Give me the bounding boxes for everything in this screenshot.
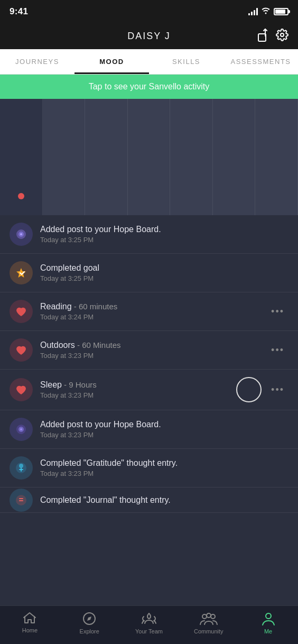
list-item: Added post to your Hope Board. Today at … <box>0 215 298 254</box>
activity-content: Completed "Gratitude" thought entry. Tod… <box>40 458 288 477</box>
me-icon <box>262 611 275 626</box>
hope-icon <box>10 223 33 246</box>
team-icon <box>141 611 157 626</box>
header-actions <box>256 27 288 45</box>
svg-marker-18 <box>87 617 91 621</box>
heart-icon <box>10 338 33 362</box>
activity-time: Today at 3:23 PM <box>40 431 288 439</box>
tab-journeys[interactable]: JOURNEYS <box>0 49 74 74</box>
svg-point-11 <box>19 464 23 468</box>
nav-me-label: Me <box>264 628 272 634</box>
chart-col-7 <box>255 99 298 215</box>
nav-community[interactable]: Community <box>179 606 238 634</box>
nav-me[interactable]: Me <box>238 606 298 634</box>
activity-banner[interactable]: Tap to see your Sanvello activity <box>0 75 298 99</box>
activity-title: Sleep - 9 Hours <box>40 380 231 390</box>
svg-rect-0 <box>258 34 266 41</box>
chart-col-4 <box>128 99 171 215</box>
bottom-navigation: Home Explore Your Team Communi <box>0 605 298 644</box>
nav-team-label: Your Team <box>135 628 163 634</box>
activity-time: Today at 3:23 PM <box>40 391 231 399</box>
activity-title: Added post to your Hope Board. <box>40 225 288 234</box>
activity-time: Today at 3:25 PM <box>40 236 288 244</box>
hope-icon <box>10 418 33 441</box>
thought-icon <box>10 456 33 480</box>
activity-title: Completed "Gratitude" thought entry. <box>40 458 288 468</box>
goal-icon <box>10 261 33 284</box>
activity-title: Outdoors - 60 Minutes <box>40 341 267 350</box>
status-icons <box>248 7 288 16</box>
header-title: DAISY J <box>127 31 171 42</box>
activity-content: Completed "Journal" thought entry. <box>40 495 288 505</box>
wifi-icon <box>261 7 271 16</box>
status-time: 9:41 <box>10 6 28 17</box>
share-icon[interactable] <box>256 27 268 45</box>
svg-point-5 <box>20 233 22 235</box>
home-icon <box>22 611 37 625</box>
list-item: Completed goal Today at 3:25 PM <box>0 254 298 292</box>
activity-time: Today at 3:24 PM <box>40 313 267 321</box>
tab-assessments[interactable]: ASSESSMENTS <box>224 49 298 74</box>
list-item: Added post to your Hope Board. Today at … <box>0 410 298 449</box>
nav-community-label: Community <box>194 628 224 634</box>
community-icon <box>199 611 218 626</box>
activity-title: Completed "Journal" thought entry. <box>40 495 288 505</box>
more-options-button[interactable]: ••• <box>267 304 288 319</box>
mood-chart[interactable]: TODAY <box>0 99 298 215</box>
explore-icon <box>82 611 97 626</box>
svg-marker-6 <box>16 268 26 278</box>
tab-navigation: JOURNEYS MOOD SKILLS ASSESSMENTS <box>0 49 298 75</box>
list-item: Completed "Gratitude" thought entry. Tod… <box>0 449 298 487</box>
header: DAISY J <box>0 23 298 49</box>
nav-your-team[interactable]: Your Team <box>119 606 179 634</box>
activity-time: Today at 3:23 PM <box>40 470 288 477</box>
thought-icon <box>10 489 33 512</box>
activity-title: Reading - 60 minutes <box>40 302 267 311</box>
svg-rect-16 <box>19 500 23 501</box>
signal-icon <box>248 8 258 15</box>
sleep-circle-indicator <box>236 377 262 402</box>
list-item: Sleep - 9 Hours Today at 3:23 PM ••• <box>0 370 298 410</box>
tab-skills[interactable]: SKILLS <box>149 49 224 74</box>
svg-point-9 <box>20 428 22 430</box>
chart-col-2 <box>43 99 86 215</box>
activity-content: Added post to your Hope Board. Today at … <box>40 420 288 439</box>
status-bar: 9:41 <box>0 0 298 23</box>
settings-icon[interactable] <box>276 29 288 44</box>
chart-col-6 <box>213 99 256 215</box>
activity-content: Outdoors - 60 Minutes Today at 3:23 PM <box>40 341 267 360</box>
activity-title: Added post to your Hope Board. <box>40 420 288 429</box>
heart-icon <box>10 378 33 401</box>
activity-time: Today at 3:25 PM <box>40 274 288 282</box>
svg-point-21 <box>207 613 211 618</box>
svg-point-22 <box>266 613 271 619</box>
mood-dot <box>18 193 24 199</box>
nav-explore-label: Explore <box>80 628 99 634</box>
activity-list: Added post to your Hope Board. Today at … <box>0 215 298 513</box>
activity-content: Added post to your Hope Board. Today at … <box>40 225 288 244</box>
svg-point-20 <box>211 614 215 619</box>
activity-title: Completed goal <box>40 263 288 273</box>
activity-content: Reading - 60 minutes Today at 3:24 PM <box>40 302 267 321</box>
more-options-button[interactable]: ••• <box>267 343 288 358</box>
svg-point-2 <box>281 33 284 36</box>
battery-icon <box>274 8 288 15</box>
heart-icon <box>10 300 33 323</box>
tab-mood[interactable]: MOOD <box>74 49 149 74</box>
nav-home-label: Home <box>22 627 38 633</box>
svg-rect-15 <box>19 498 23 499</box>
more-options-button[interactable]: ••• <box>267 382 288 398</box>
activity-time: Today at 3:23 PM <box>40 352 267 360</box>
list-item: Reading - 60 minutes Today at 3:24 PM ••… <box>0 292 298 331</box>
chart-col-5 <box>170 99 213 215</box>
svg-point-19 <box>202 614 207 619</box>
nav-explore[interactable]: Explore <box>60 606 119 634</box>
chart-col-today <box>0 99 43 215</box>
activity-content: Completed goal Today at 3:25 PM <box>40 263 288 282</box>
chart-col-3 <box>85 99 128 215</box>
activity-content: Sleep - 9 Hours Today at 3:23 PM <box>40 380 231 399</box>
nav-home[interactable]: Home <box>0 606 60 634</box>
chart-columns <box>0 99 298 215</box>
list-item: Completed "Journal" thought entry. <box>0 487 298 513</box>
list-item: Outdoors - 60 Minutes Today at 3:23 PM •… <box>0 331 298 370</box>
